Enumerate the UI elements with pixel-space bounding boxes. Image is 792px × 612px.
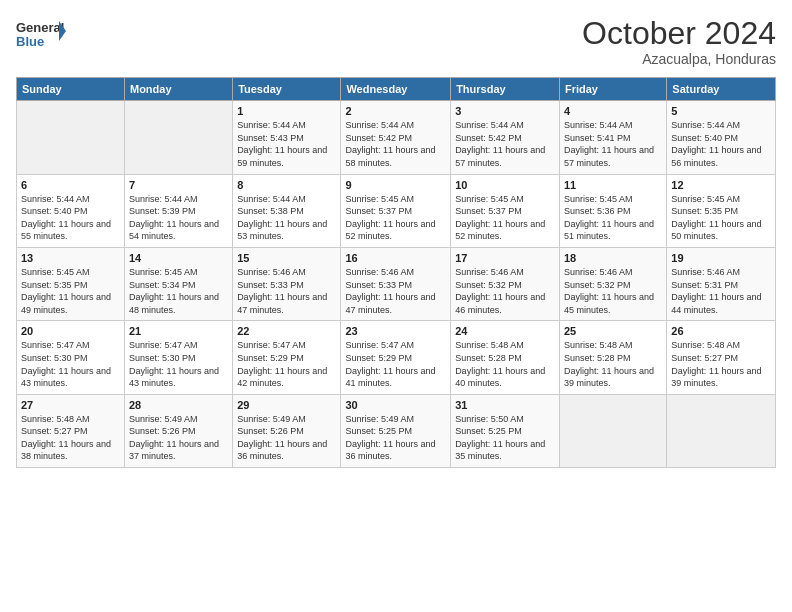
table-row: 20Sunrise: 5:47 AM Sunset: 5:30 PM Dayli… bbox=[17, 321, 125, 394]
table-row: 5Sunrise: 5:44 AM Sunset: 5:40 PM Daylig… bbox=[667, 101, 776, 174]
day-info: Sunrise: 5:44 AM Sunset: 5:41 PM Dayligh… bbox=[564, 119, 662, 169]
day-info: Sunrise: 5:47 AM Sunset: 5:30 PM Dayligh… bbox=[129, 339, 228, 389]
table-row: 30Sunrise: 5:49 AM Sunset: 5:25 PM Dayli… bbox=[341, 394, 451, 467]
table-row: 19Sunrise: 5:46 AM Sunset: 5:31 PM Dayli… bbox=[667, 247, 776, 320]
calendar-week-row: 1Sunrise: 5:44 AM Sunset: 5:43 PM Daylig… bbox=[17, 101, 776, 174]
day-number: 10 bbox=[455, 179, 555, 191]
day-number: 16 bbox=[345, 252, 446, 264]
col-wednesday: Wednesday bbox=[341, 78, 451, 101]
day-info: Sunrise: 5:46 AM Sunset: 5:31 PM Dayligh… bbox=[671, 266, 771, 316]
day-info: Sunrise: 5:44 AM Sunset: 5:42 PM Dayligh… bbox=[345, 119, 446, 169]
table-row bbox=[124, 101, 232, 174]
day-number: 5 bbox=[671, 105, 771, 117]
day-info: Sunrise: 5:46 AM Sunset: 5:33 PM Dayligh… bbox=[237, 266, 336, 316]
col-sunday: Sunday bbox=[17, 78, 125, 101]
day-number: 20 bbox=[21, 325, 120, 337]
day-info: Sunrise: 5:50 AM Sunset: 5:25 PM Dayligh… bbox=[455, 413, 555, 463]
day-info: Sunrise: 5:49 AM Sunset: 5:25 PM Dayligh… bbox=[345, 413, 446, 463]
calendar-week-row: 20Sunrise: 5:47 AM Sunset: 5:30 PM Dayli… bbox=[17, 321, 776, 394]
day-number: 15 bbox=[237, 252, 336, 264]
table-row: 28Sunrise: 5:49 AM Sunset: 5:26 PM Dayli… bbox=[124, 394, 232, 467]
day-info: Sunrise: 5:46 AM Sunset: 5:32 PM Dayligh… bbox=[564, 266, 662, 316]
table-row: 7Sunrise: 5:44 AM Sunset: 5:39 PM Daylig… bbox=[124, 174, 232, 247]
table-row: 31Sunrise: 5:50 AM Sunset: 5:25 PM Dayli… bbox=[451, 394, 560, 467]
day-number: 25 bbox=[564, 325, 662, 337]
day-info: Sunrise: 5:48 AM Sunset: 5:28 PM Dayligh… bbox=[455, 339, 555, 389]
table-row: 27Sunrise: 5:48 AM Sunset: 5:27 PM Dayli… bbox=[17, 394, 125, 467]
col-thursday: Thursday bbox=[451, 78, 560, 101]
col-friday: Friday bbox=[559, 78, 666, 101]
table-row: 21Sunrise: 5:47 AM Sunset: 5:30 PM Dayli… bbox=[124, 321, 232, 394]
table-row: 18Sunrise: 5:46 AM Sunset: 5:32 PM Dayli… bbox=[559, 247, 666, 320]
day-number: 1 bbox=[237, 105, 336, 117]
table-row: 11Sunrise: 5:45 AM Sunset: 5:36 PM Dayli… bbox=[559, 174, 666, 247]
day-info: Sunrise: 5:44 AM Sunset: 5:43 PM Dayligh… bbox=[237, 119, 336, 169]
table-row: 15Sunrise: 5:46 AM Sunset: 5:33 PM Dayli… bbox=[233, 247, 341, 320]
day-info: Sunrise: 5:46 AM Sunset: 5:33 PM Dayligh… bbox=[345, 266, 446, 316]
day-info: Sunrise: 5:44 AM Sunset: 5:38 PM Dayligh… bbox=[237, 193, 336, 243]
day-info: Sunrise: 5:44 AM Sunset: 5:39 PM Dayligh… bbox=[129, 193, 228, 243]
day-info: Sunrise: 5:45 AM Sunset: 5:35 PM Dayligh… bbox=[21, 266, 120, 316]
day-info: Sunrise: 5:48 AM Sunset: 5:27 PM Dayligh… bbox=[21, 413, 120, 463]
table-row: 1Sunrise: 5:44 AM Sunset: 5:43 PM Daylig… bbox=[233, 101, 341, 174]
day-info: Sunrise: 5:47 AM Sunset: 5:29 PM Dayligh… bbox=[345, 339, 446, 389]
day-info: Sunrise: 5:45 AM Sunset: 5:37 PM Dayligh… bbox=[455, 193, 555, 243]
table-row: 24Sunrise: 5:48 AM Sunset: 5:28 PM Dayli… bbox=[451, 321, 560, 394]
day-number: 4 bbox=[564, 105, 662, 117]
day-number: 3 bbox=[455, 105, 555, 117]
day-number: 2 bbox=[345, 105, 446, 117]
table-row: 29Sunrise: 5:49 AM Sunset: 5:26 PM Dayli… bbox=[233, 394, 341, 467]
day-info: Sunrise: 5:45 AM Sunset: 5:34 PM Dayligh… bbox=[129, 266, 228, 316]
table-row: 2Sunrise: 5:44 AM Sunset: 5:42 PM Daylig… bbox=[341, 101, 451, 174]
day-info: Sunrise: 5:44 AM Sunset: 5:40 PM Dayligh… bbox=[671, 119, 771, 169]
table-row: 8Sunrise: 5:44 AM Sunset: 5:38 PM Daylig… bbox=[233, 174, 341, 247]
table-row: 23Sunrise: 5:47 AM Sunset: 5:29 PM Dayli… bbox=[341, 321, 451, 394]
table-row: 17Sunrise: 5:46 AM Sunset: 5:32 PM Dayli… bbox=[451, 247, 560, 320]
table-row: 12Sunrise: 5:45 AM Sunset: 5:35 PM Dayli… bbox=[667, 174, 776, 247]
table-row bbox=[559, 394, 666, 467]
day-number: 6 bbox=[21, 179, 120, 191]
month-title: October 2024 bbox=[582, 16, 776, 51]
day-info: Sunrise: 5:47 AM Sunset: 5:29 PM Dayligh… bbox=[237, 339, 336, 389]
col-tuesday: Tuesday bbox=[233, 78, 341, 101]
location-subtitle: Azacualpa, Honduras bbox=[582, 51, 776, 67]
day-number: 28 bbox=[129, 399, 228, 411]
svg-text:General: General bbox=[16, 20, 64, 35]
day-number: 24 bbox=[455, 325, 555, 337]
table-row: 3Sunrise: 5:44 AM Sunset: 5:42 PM Daylig… bbox=[451, 101, 560, 174]
table-row: 22Sunrise: 5:47 AM Sunset: 5:29 PM Dayli… bbox=[233, 321, 341, 394]
day-number: 27 bbox=[21, 399, 120, 411]
svg-text:Blue: Blue bbox=[16, 34, 44, 49]
day-info: Sunrise: 5:48 AM Sunset: 5:28 PM Dayligh… bbox=[564, 339, 662, 389]
day-info: Sunrise: 5:48 AM Sunset: 5:27 PM Dayligh… bbox=[671, 339, 771, 389]
calendar-header-row: Sunday Monday Tuesday Wednesday Thursday… bbox=[17, 78, 776, 101]
day-number: 9 bbox=[345, 179, 446, 191]
table-row bbox=[667, 394, 776, 467]
day-number: 26 bbox=[671, 325, 771, 337]
col-saturday: Saturday bbox=[667, 78, 776, 101]
page-container: General Blue October 2024 Azacualpa, Hon… bbox=[0, 0, 792, 478]
calendar-table: Sunday Monday Tuesday Wednesday Thursday… bbox=[16, 77, 776, 468]
logo-svg: General Blue bbox=[16, 16, 66, 56]
day-number: 29 bbox=[237, 399, 336, 411]
day-number: 22 bbox=[237, 325, 336, 337]
day-number: 30 bbox=[345, 399, 446, 411]
day-number: 7 bbox=[129, 179, 228, 191]
col-monday: Monday bbox=[124, 78, 232, 101]
table-row: 6Sunrise: 5:44 AM Sunset: 5:40 PM Daylig… bbox=[17, 174, 125, 247]
page-header: General Blue October 2024 Azacualpa, Hon… bbox=[16, 16, 776, 67]
title-block: October 2024 Azacualpa, Honduras bbox=[582, 16, 776, 67]
day-info: Sunrise: 5:49 AM Sunset: 5:26 PM Dayligh… bbox=[129, 413, 228, 463]
day-number: 23 bbox=[345, 325, 446, 337]
day-info: Sunrise: 5:44 AM Sunset: 5:40 PM Dayligh… bbox=[21, 193, 120, 243]
logo: General Blue bbox=[16, 16, 66, 56]
day-info: Sunrise: 5:45 AM Sunset: 5:37 PM Dayligh… bbox=[345, 193, 446, 243]
table-row: 16Sunrise: 5:46 AM Sunset: 5:33 PM Dayli… bbox=[341, 247, 451, 320]
table-row: 13Sunrise: 5:45 AM Sunset: 5:35 PM Dayli… bbox=[17, 247, 125, 320]
day-number: 8 bbox=[237, 179, 336, 191]
day-number: 11 bbox=[564, 179, 662, 191]
calendar-week-row: 6Sunrise: 5:44 AM Sunset: 5:40 PM Daylig… bbox=[17, 174, 776, 247]
day-info: Sunrise: 5:47 AM Sunset: 5:30 PM Dayligh… bbox=[21, 339, 120, 389]
table-row: 9Sunrise: 5:45 AM Sunset: 5:37 PM Daylig… bbox=[341, 174, 451, 247]
day-number: 12 bbox=[671, 179, 771, 191]
